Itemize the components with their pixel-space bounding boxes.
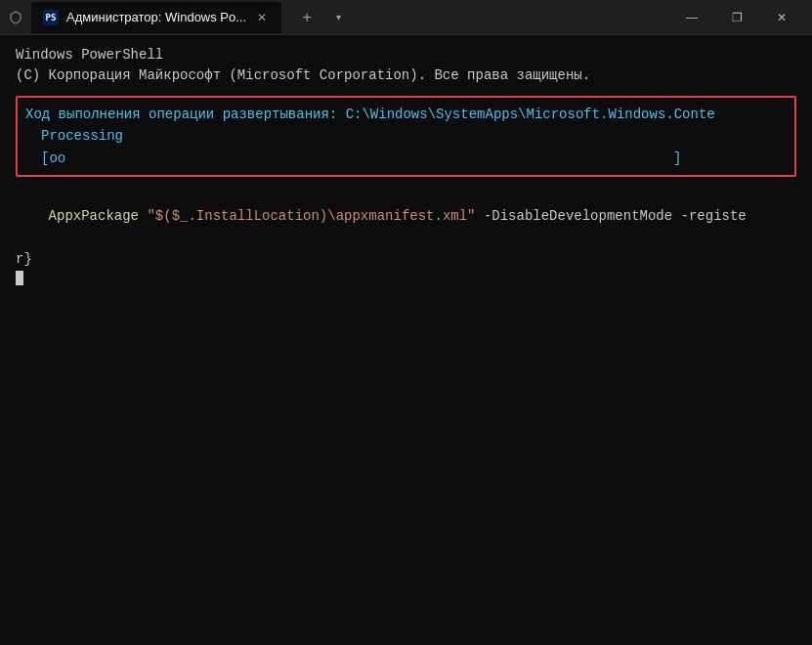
cursor-line [16,271,796,285]
minimize-button[interactable]: — [669,2,714,33]
highlight-line3: [oo ] [25,148,787,169]
terminal-header: Windows PowerShell (С) Корпорация Майкро… [16,45,796,86]
highlight-box: Ход выполнения операции развертывания: C… [16,96,796,177]
tab-dropdown-button[interactable]: ▾ [328,8,348,27]
close-button[interactable]: ✕ [759,2,804,33]
highlight-line1: Ход выполнения операции развертывания: C… [25,104,787,125]
new-tab-button[interactable]: + [293,4,321,31]
terminal-window: Windows PowerShell (С) Корпорация Майкро… [0,35,812,645]
cmd-line2: r} [16,248,796,270]
title-bar-left: PS Администратор: Windows Po... ✕ + ▾ [8,2,669,33]
title-bar: PS Администратор: Windows Po... ✕ + ▾ — … [0,0,812,35]
cmd-string1: "$($_.InstallLocation)\appxmanifest.xml" [147,208,475,224]
terminal-cursor [16,271,23,285]
tab-close-button[interactable]: ✕ [254,10,270,25]
tab-title: Администратор: Windows Po... [66,10,246,24]
shield-icon [8,10,23,25]
cmd-line1: AppxPackage "$($_.InstallLocation)\appxm… [16,183,796,248]
highlight-line2: Processing [25,125,787,147]
header-line2: (С) Корпорация Майкрософт (Microsoft Cor… [16,65,796,86]
active-tab[interactable]: PS Администратор: Windows Po... ✕ [31,2,281,33]
maximize-button[interactable]: ❐ [714,2,759,33]
cmd-flags: -DisableDevelopmentMode -registe [476,208,747,224]
powershell-tab-icon: PS [43,10,59,25]
cmd-appx: AppxPackage [49,208,139,224]
header-line1: Windows PowerShell [16,45,796,65]
window-controls: — ❐ ✕ [669,2,804,33]
